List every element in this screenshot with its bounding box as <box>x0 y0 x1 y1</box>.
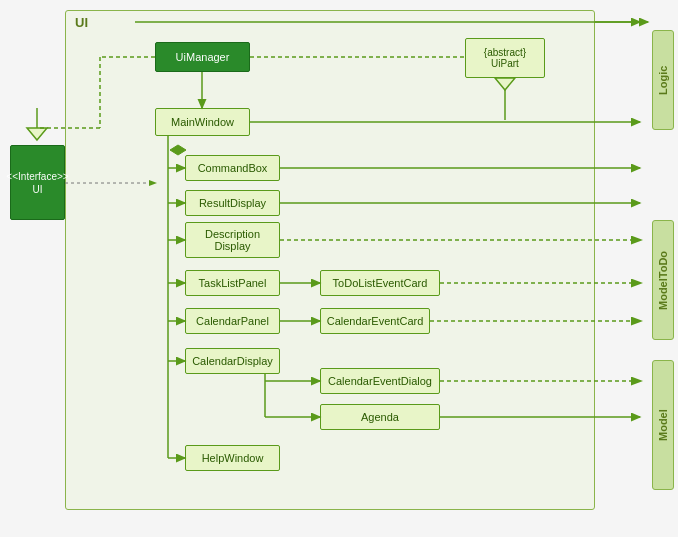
ui-panel <box>65 10 595 510</box>
tasklistpanel-box: TaskListPanel <box>185 270 280 296</box>
calendarpanel-box: CalendarPanel <box>185 308 280 334</box>
descriptiondisplay-label: DescriptionDisplay <box>205 228 260 252</box>
interface-ui-box: <<Interface>>UI <box>10 145 65 220</box>
calendareventdialog-box: CalendarEventDialog <box>320 368 440 394</box>
uipart-box: {abstract}UiPart <box>465 38 545 78</box>
ui-panel-label: UI <box>75 15 88 30</box>
todolisteventcard-box: ToDoListEventCard <box>320 270 440 296</box>
calendardisplay-box: CalendarDisplay <box>185 348 280 374</box>
modeltodo-label: ModelToDo <box>652 220 674 340</box>
agenda-box: Agenda <box>320 404 440 430</box>
interface-ui-label: <<Interface>>UI <box>6 170 68 196</box>
calendareventcard-box: CalendarEventCard <box>320 308 430 334</box>
svg-marker-7 <box>27 128 47 140</box>
uimanager-box: UiManager <box>155 42 250 72</box>
logic-label: Logic <box>652 30 674 130</box>
mainwindow-box: MainWindow <box>155 108 250 136</box>
descriptiondisplay-box: DescriptionDisplay <box>185 222 280 258</box>
commandbox-box: CommandBox <box>185 155 280 181</box>
diagram-container: UI Logic ModelToDo Model <<Interface>>UI… <box>0 0 678 537</box>
model-label: Model <box>652 360 674 490</box>
helpwindow-box: HelpWindow <box>185 445 280 471</box>
resultdisplay-box: ResultDisplay <box>185 190 280 216</box>
uipart-label: {abstract}UiPart <box>484 47 526 69</box>
